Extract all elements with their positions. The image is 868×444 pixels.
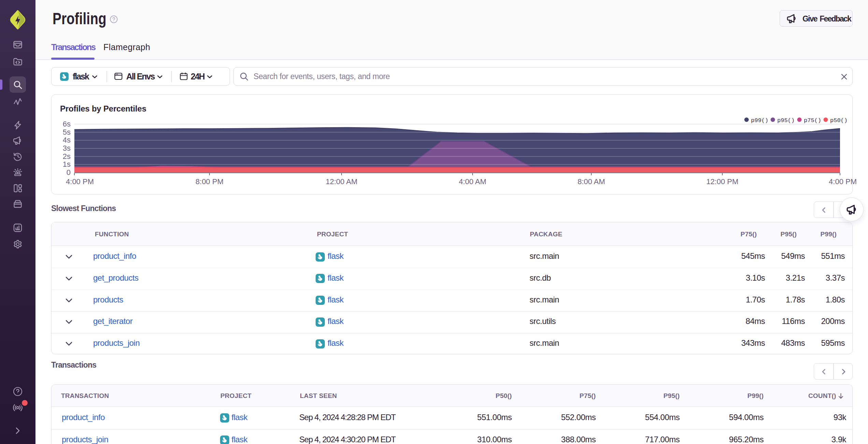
svg-text:8:00 PM: 8:00 PM [196,177,223,186]
svg-text:p50(): p50() [830,117,848,124]
svg-text:1s: 1s [63,160,71,168]
svg-text:p99(): p99() [751,117,768,124]
svg-text:p75(): p75() [804,117,821,124]
svg-text:p95(): p95() [777,117,795,124]
svg-text:6s: 6s [63,120,71,128]
svg-text:5s: 5s [63,128,71,136]
svg-text:3s: 3s [63,144,71,152]
svg-text:4s: 4s [63,136,71,144]
svg-text:2s: 2s [63,152,71,161]
svg-text:Profiles by Percentiles: Profiles by Percentiles [60,104,146,113]
svg-text:12:00 AM: 12:00 AM [326,177,358,186]
svg-text:4:00 AM: 4:00 AM [459,177,487,186]
svg-text:12:00 PM: 12:00 PM [706,177,738,186]
svg-text:4:00 PM: 4:00 PM [66,177,94,186]
svg-text:0: 0 [67,168,71,177]
svg-text:4:00 PM: 4:00 PM [829,177,857,186]
svg-text:8:00 AM: 8:00 AM [578,177,605,186]
